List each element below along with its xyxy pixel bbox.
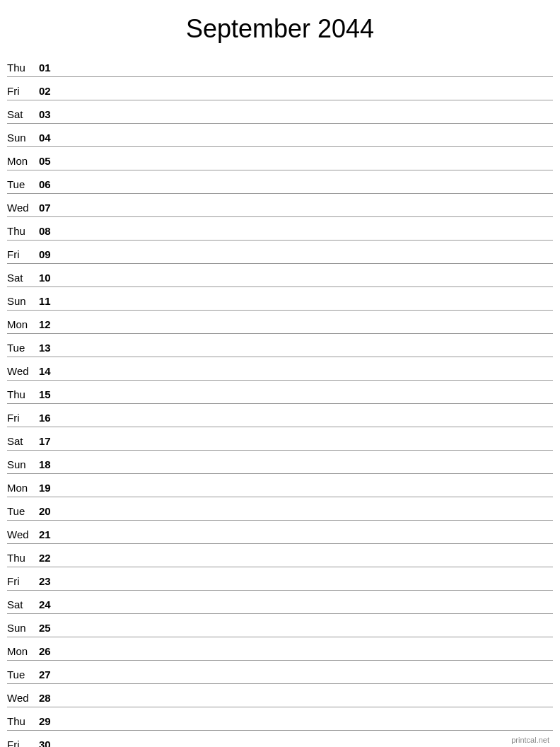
day-row: Mon19: [7, 475, 553, 497]
day-row: Thu29: [7, 708, 553, 731]
day-row: Fri30: [7, 731, 553, 747]
day-row: Sat17: [7, 428, 553, 451]
day-line: [60, 728, 553, 729]
day-name: Wed: [7, 202, 39, 215]
day-line: [60, 541, 553, 542]
day-number: 29: [39, 715, 60, 729]
day-number: 08: [39, 225, 60, 238]
day-name: Fri: [7, 575, 39, 589]
day-number: 18: [39, 458, 60, 472]
day-name: Fri: [7, 412, 39, 425]
day-line: [60, 121, 553, 122]
day-name: Fri: [7, 248, 39, 262]
day-line: [60, 168, 553, 168]
day-name: Sun: [7, 622, 39, 635]
day-line: [60, 401, 553, 402]
day-row: Thu01: [7, 54, 553, 77]
day-row: Sat03: [7, 101, 553, 124]
day-number: 02: [39, 85, 60, 98]
day-line: [60, 98, 553, 98]
day-number: 24: [39, 598, 60, 612]
day-number: 11: [39, 295, 60, 308]
day-line: [60, 494, 553, 495]
day-row: Tue13: [7, 335, 553, 357]
day-number: 17: [39, 435, 60, 448]
day-number: 22: [39, 552, 60, 565]
day-number: 06: [39, 178, 60, 192]
day-row: Thu15: [7, 381, 553, 404]
day-number: 01: [39, 62, 60, 75]
day-name: Sun: [7, 295, 39, 308]
day-number: 30: [39, 739, 60, 747]
day-name: Mon: [7, 155, 39, 168]
day-number: 09: [39, 248, 60, 262]
day-row: Fri09: [7, 241, 553, 264]
day-name: Sat: [7, 598, 39, 612]
day-name: Fri: [7, 85, 39, 98]
day-name: Mon: [7, 318, 39, 332]
day-row: Sun11: [7, 288, 553, 311]
day-line: [60, 635, 553, 635]
day-name: Thu: [7, 388, 39, 402]
day-line: [60, 705, 553, 705]
day-name: Sun: [7, 132, 39, 145]
day-row: Tue20: [7, 498, 553, 521]
day-row: Sat24: [7, 591, 553, 614]
page-title: September 2044: [0, 0, 560, 54]
day-row: Tue27: [7, 661, 553, 684]
day-name: Thu: [7, 62, 39, 75]
day-line: [60, 354, 553, 355]
day-number: 27: [39, 668, 60, 682]
day-line: [60, 284, 553, 285]
day-row: Mon05: [7, 148, 553, 170]
calendar-list: Thu01Fri02Sat03Sun04Mon05Tue06Wed07Thu08…: [0, 54, 560, 747]
day-name: Sun: [7, 458, 39, 472]
day-name: Tue: [7, 668, 39, 682]
day-line: [60, 448, 553, 448]
day-row: Sun25: [7, 615, 553, 637]
day-line: [60, 611, 553, 612]
day-line: [60, 424, 553, 425]
day-name: Tue: [7, 342, 39, 355]
day-row: Fri16: [7, 405, 553, 427]
day-name: Wed: [7, 692, 39, 705]
day-number: 13: [39, 342, 60, 355]
day-row: Wed07: [7, 195, 553, 217]
day-row: Mon12: [7, 311, 553, 334]
day-line: [60, 378, 553, 378]
day-number: 04: [39, 132, 60, 145]
day-name: Tue: [7, 505, 39, 519]
day-name: Thu: [7, 552, 39, 565]
day-line: [60, 658, 553, 659]
day-number: 23: [39, 575, 60, 589]
day-number: 07: [39, 202, 60, 215]
day-line: [60, 564, 553, 565]
day-number: 12: [39, 318, 60, 332]
day-name: Fri: [7, 739, 39, 747]
day-line: [60, 238, 553, 238]
day-line: [60, 588, 553, 589]
day-row: Thu08: [7, 218, 553, 241]
day-row: Sun04: [7, 124, 553, 147]
day-row: Fri02: [7, 78, 553, 100]
day-row: Wed28: [7, 685, 553, 707]
day-number: 21: [39, 528, 60, 542]
day-number: 25: [39, 622, 60, 635]
day-number: 26: [39, 645, 60, 659]
day-name: Sat: [7, 108, 39, 122]
day-row: Wed14: [7, 358, 553, 381]
day-line: [60, 331, 553, 332]
day-number: 19: [39, 482, 60, 495]
day-row: Tue06: [7, 171, 553, 194]
day-name: Tue: [7, 178, 39, 192]
day-row: Fri23: [7, 568, 553, 591]
day-row: Thu22: [7, 545, 553, 567]
day-number: 16: [39, 412, 60, 425]
day-line: [60, 308, 553, 308]
day-number: 03: [39, 108, 60, 122]
day-line: [60, 74, 553, 75]
day-number: 15: [39, 388, 60, 402]
day-line: [60, 471, 553, 472]
day-row: Sat10: [7, 265, 553, 287]
day-line: [60, 518, 553, 519]
